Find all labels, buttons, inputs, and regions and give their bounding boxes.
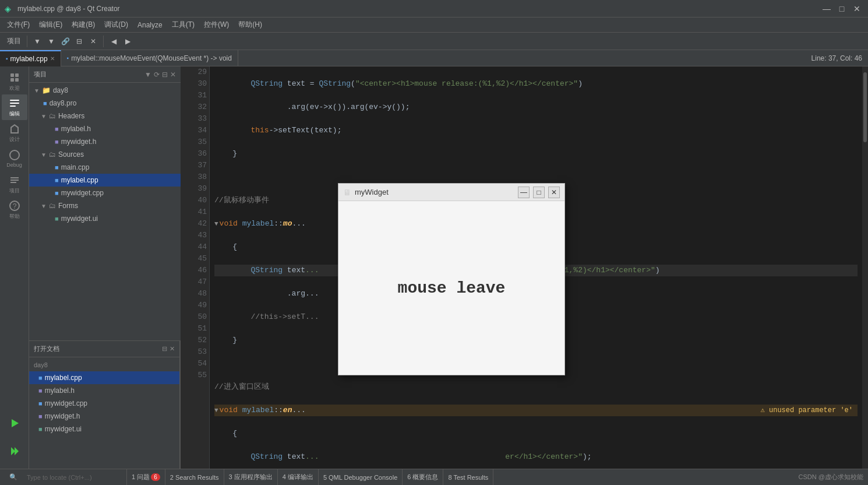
- doc-item-mywidgetui[interactable]: ■ mywidget.ui: [29, 423, 179, 435]
- menu-build[interactable]: 构建(B): [67, 19, 100, 31]
- toolbar-btn-1[interactable]: ▼: [31, 35, 44, 48]
- tree-item-maincpp[interactable]: ■ main.cpp: [29, 161, 181, 174]
- qml-debugger-label: 5 QML Debugger Console: [323, 474, 397, 481]
- menu-analyze[interactable]: Analyze: [133, 20, 167, 30]
- close-button[interactable]: ✕: [851, 2, 863, 15]
- tree-label-mylabelcpp: mylabel.cpp: [61, 176, 98, 184]
- tab-close-1[interactable]: ✕: [50, 55, 55, 62]
- maximize-button[interactable]: □: [835, 2, 848, 15]
- tree-item-mywidgetui[interactable]: ■ mywidget.ui: [29, 212, 181, 225]
- tree-label-forms: Forms: [58, 202, 78, 210]
- test-results-label: 8 Test Results: [448, 474, 488, 481]
- title-bar: ◈ mylabel.cpp @ day8 - Qt Creator — □ ✕: [0, 0, 868, 17]
- svg-rect-0: [10, 73, 14, 77]
- status-problems[interactable]: 1 问题 6: [127, 469, 165, 485]
- open-docs-header: 打开文档 ⊟ ✕: [29, 341, 179, 357]
- tree-file-icon-cpp2: ■: [55, 177, 59, 184]
- tree-item-mywidgetcpp[interactable]: ■ mywidget.cpp: [29, 187, 181, 199]
- status-app-output[interactable]: 3 应用程序输出: [224, 469, 278, 485]
- open-docs-split-btn[interactable]: ⊟: [162, 345, 167, 353]
- status-right-info: CSDN @虚心求知校能: [799, 473, 863, 482]
- status-overview[interactable]: 6 概要信息: [403, 469, 443, 485]
- sidebar-welcome[interactable]: 欢迎: [2, 69, 27, 94]
- sidebar-project-label: 项目: [9, 187, 20, 195]
- popup-close[interactable]: ✕: [548, 187, 560, 198]
- popup-window[interactable]: 🖥 myWidget — □ ✕ mouse leave: [338, 183, 565, 375]
- tree-item-mywidgeth[interactable]: ■ mywidget.h: [29, 135, 181, 148]
- toolbar-section-nav: ◀ ▶: [105, 35, 136, 48]
- doc-icon-4: ■: [38, 413, 43, 420]
- doc-item-mywidgeth[interactable]: ■ mywidget.h: [29, 410, 179, 423]
- doc-item-mylabelh[interactable]: ■ mylabel.h: [29, 384, 179, 397]
- ln-33: 33: [183, 113, 207, 125]
- search-icon: 🔍: [9, 473, 17, 481]
- app-icon: ◈: [5, 4, 14, 13]
- sidebar-debug-label: Debug: [6, 162, 22, 168]
- sidebar-debug[interactable]: Debug: [2, 146, 27, 171]
- doc-group-label: day8: [34, 361, 48, 368]
- panel-close-btn[interactable]: ✕: [170, 71, 176, 79]
- status-search-results[interactable]: 2 Search Results: [165, 469, 224, 485]
- sidebar-project[interactable]: 项目: [2, 171, 27, 197]
- sidebar-edit[interactable]: 编辑: [2, 94, 27, 120]
- toolbar-forward[interactable]: ▶: [121, 35, 134, 48]
- doc-icon-3: ■: [38, 400, 43, 407]
- tree-icon-sources: 🗂: [49, 150, 56, 159]
- popup-icon: 🖥: [343, 188, 351, 197]
- ln-52: 52: [183, 335, 207, 346]
- doc-icon-1: ■: [38, 374, 43, 381]
- sidebar-run[interactable]: [2, 410, 27, 436]
- code-line-42: //进入窗口区域: [214, 381, 858, 393]
- menu-debug[interactable]: 调试(D): [100, 19, 133, 31]
- tree-label-mylabelh: mylabel.h: [61, 125, 91, 133]
- code-container[interactable]: 29 30 31 32 33 34 35 36 37 38 39 40 41 4…: [181, 66, 868, 469]
- sidebar-debug-run[interactable]: [2, 438, 27, 464]
- tree-item-forms[interactable]: 🗂 Forms: [29, 199, 181, 212]
- open-docs-close-btn[interactable]: ✕: [170, 345, 175, 353]
- ln-42: 42: [183, 218, 207, 230]
- right-scrollbar[interactable]: [862, 66, 868, 469]
- tree-item-day8pro[interactable]: ■ day8.pro: [29, 97, 181, 110]
- menu-file[interactable]: 文件(F): [2, 19, 34, 31]
- status-search-icon[interactable]: 🔍: [5, 469, 22, 485]
- tree-file-icon-ui: ■: [55, 215, 59, 222]
- tree-file-icon-h2: ■: [55, 138, 59, 145]
- menu-help[interactable]: 帮助(H): [234, 19, 267, 31]
- sidebar-design[interactable]: 设计: [2, 120, 27, 146]
- toolbar-btn-2[interactable]: ▼: [45, 35, 58, 48]
- panel-split-btn[interactable]: ⊟: [162, 71, 168, 79]
- doc-item-mylabelcpp[interactable]: ■ mylabel.cpp: [29, 371, 179, 384]
- tab-mylabel-cpp[interactable]: ▪ mylabel.cpp ✕: [0, 50, 61, 66]
- code-line-30: .arg(ev->x()).arg(ev->y());: [214, 101, 858, 113]
- tree-item-sources[interactable]: 🗂 Sources: [29, 148, 181, 161]
- status-compile-output[interactable]: 4 编译输出: [278, 469, 319, 485]
- ln-40: 40: [183, 195, 207, 206]
- tree-label-day8: day8: [53, 86, 68, 94]
- menu-tools[interactable]: 工具(T): [167, 19, 199, 31]
- ln-37: 37: [183, 160, 207, 171]
- tab-mousemove[interactable]: ▪ mylabel::mouseMoveEvent(QMouseEvent *)…: [61, 50, 238, 66]
- tree-file-icon-pro: ■: [43, 100, 47, 107]
- status-test-results[interactable]: 8 Test Results: [443, 469, 493, 485]
- popup-maximize[interactable]: □: [533, 187, 545, 198]
- sidebar-help[interactable]: ? 帮助: [2, 197, 27, 223]
- status-qml-debugger[interactable]: 5 QML Debugger Console: [319, 469, 403, 485]
- panel-filter-btn[interactable]: ▼: [144, 71, 151, 79]
- menu-edit[interactable]: 编辑(E): [34, 19, 67, 31]
- toolbar-btn-close[interactable]: ✕: [87, 35, 100, 48]
- scrollbar-thumb[interactable]: [863, 72, 867, 142]
- doc-item-mywidgetcpp[interactable]: ■ mywidget.cpp: [29, 397, 179, 410]
- toolbar-btn-split[interactable]: ⊟: [73, 35, 86, 48]
- toolbar-btn-link[interactable]: 🔗: [59, 35, 72, 48]
- tree-item-mylabelcpp[interactable]: ■ mylabel.cpp: [29, 174, 181, 187]
- toolbar-back[interactable]: ◀: [107, 35, 120, 48]
- tab-label-2: mylabel::mouseMoveEvent(QMouseEvent *) -…: [71, 54, 232, 62]
- status-locate-input[interactable]: Type to locate (Ctrl+...): [22, 469, 127, 485]
- tree-item-day8[interactable]: 📁 day8: [29, 84, 181, 97]
- tree-item-mylabelh[interactable]: ■ mylabel.h: [29, 122, 181, 135]
- menu-controls[interactable]: 控件(W): [199, 19, 234, 31]
- tree-item-headers[interactable]: 🗂 Headers: [29, 110, 181, 122]
- panel-sync-btn[interactable]: ⟳: [154, 71, 160, 79]
- minimize-button[interactable]: —: [820, 2, 833, 15]
- popup-minimize[interactable]: —: [518, 187, 530, 198]
